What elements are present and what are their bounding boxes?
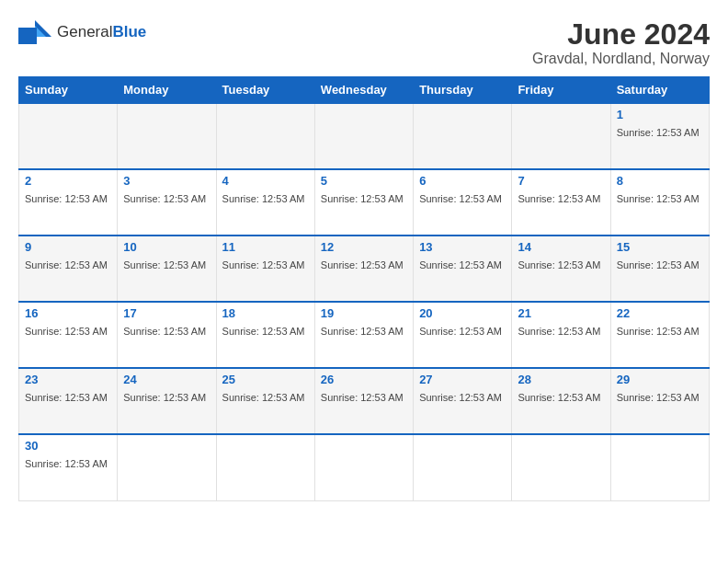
day-number: 10	[123, 240, 210, 254]
day-sunrise-info: Sunrise: 12:53 AM	[321, 392, 404, 403]
day-number: 19	[321, 306, 407, 320]
calendar-day-cell: 15Sunrise: 12:53 AM	[610, 236, 709, 302]
col-tuesday: Tuesday	[216, 77, 314, 104]
day-sunrise-info: Sunrise: 12:53 AM	[123, 193, 206, 204]
logo-blue: Blue	[112, 23, 146, 40]
day-sunrise-info: Sunrise: 12:53 AM	[518, 193, 600, 204]
calendar-week-row: 2Sunrise: 12:53 AM3Sunrise: 12:53 AM4Sun…	[19, 169, 710, 236]
calendar-day-cell: 12Sunrise: 12:53 AM	[314, 236, 413, 302]
logo-general: General	[57, 23, 112, 40]
calendar-day-cell: 7Sunrise: 12:53 AM	[512, 169, 610, 236]
logo-text: GeneralBlue	[57, 23, 146, 41]
calendar-week-row: 23Sunrise: 12:53 AM24Sunrise: 12:53 AM25…	[19, 368, 710, 434]
calendar-day-cell: 5Sunrise: 12:53 AM	[314, 169, 413, 236]
day-number: 25	[222, 373, 309, 386]
day-number: 14	[518, 240, 604, 254]
col-monday: Monday	[118, 77, 216, 104]
day-sunrise-info: Sunrise: 12:53 AM	[419, 392, 502, 403]
day-sunrise-info: Sunrise: 12:53 AM	[25, 259, 108, 270]
calendar-day-cell	[19, 103, 118, 169]
day-number: 4	[222, 174, 309, 188]
day-sunrise-info: Sunrise: 12:53 AM	[617, 259, 700, 270]
day-sunrise-info: Sunrise: 12:53 AM	[321, 326, 404, 337]
day-sunrise-info: Sunrise: 12:53 AM	[419, 193, 502, 204]
day-sunrise-info: Sunrise: 12:53 AM	[222, 259, 305, 270]
logo-icon	[18, 18, 51, 46]
day-number: 26	[321, 373, 407, 386]
day-number: 23	[25, 373, 111, 386]
calendar-week-row: 16Sunrise: 12:53 AM17Sunrise: 12:53 AM18…	[19, 302, 710, 368]
day-number: 3	[123, 174, 210, 188]
day-sunrise-info: Sunrise: 12:53 AM	[25, 193, 108, 204]
calendar-day-cell: 14Sunrise: 12:53 AM	[512, 236, 610, 302]
col-friday: Friday	[512, 77, 610, 104]
col-thursday: Thursday	[414, 77, 512, 104]
day-number: 9	[25, 240, 111, 254]
day-number: 21	[518, 306, 604, 320]
calendar-day-cell: 13Sunrise: 12:53 AM	[414, 236, 512, 302]
calendar-day-cell: 28Sunrise: 12:53 AM	[512, 368, 610, 434]
calendar-day-cell: 24Sunrise: 12:53 AM	[118, 368, 216, 434]
calendar-day-cell: 1Sunrise: 12:53 AM	[610, 103, 709, 169]
calendar-day-cell	[314, 434, 413, 500]
day-sunrise-info: Sunrise: 12:53 AM	[617, 392, 700, 403]
day-number: 18	[222, 306, 309, 320]
calendar-day-cell: 3Sunrise: 12:53 AM	[118, 169, 216, 236]
calendar-day-cell: 20Sunrise: 12:53 AM	[414, 302, 512, 368]
calendar-day-cell: 6Sunrise: 12:53 AM	[414, 169, 512, 236]
day-number: 15	[617, 240, 703, 254]
day-number: 16	[25, 306, 111, 320]
calendar-day-cell	[118, 434, 216, 500]
day-number: 2	[25, 174, 111, 188]
calendar-day-cell	[414, 103, 512, 169]
calendar-day-cell: 26Sunrise: 12:53 AM	[314, 368, 413, 434]
day-sunrise-info: Sunrise: 12:53 AM	[25, 458, 108, 469]
calendar-day-cell	[216, 103, 314, 169]
header: GeneralBlue June 2024 Gravdal, Nordland,…	[18, 18, 710, 67]
day-number: 24	[123, 373, 210, 386]
calendar-day-cell: 16Sunrise: 12:53 AM	[19, 302, 118, 368]
calendar-page: GeneralBlue June 2024 Gravdal, Nordland,…	[0, 0, 728, 563]
day-number: 1	[617, 108, 703, 121]
calendar-day-cell	[314, 103, 413, 169]
day-number: 22	[617, 306, 703, 320]
calendar-day-cell: 8Sunrise: 12:53 AM	[610, 169, 709, 236]
day-sunrise-info: Sunrise: 12:53 AM	[321, 193, 404, 204]
day-sunrise-info: Sunrise: 12:53 AM	[518, 392, 600, 403]
calendar-day-cell	[512, 103, 610, 169]
day-number: 30	[25, 439, 111, 453]
calendar-day-cell: 23Sunrise: 12:53 AM	[19, 368, 118, 434]
calendar-day-cell: 22Sunrise: 12:53 AM	[610, 302, 709, 368]
day-number: 12	[321, 240, 407, 254]
day-number: 28	[518, 373, 604, 386]
day-sunrise-info: Sunrise: 12:53 AM	[518, 259, 600, 270]
day-sunrise-info: Sunrise: 12:53 AM	[222, 193, 305, 204]
calendar-day-cell: 25Sunrise: 12:53 AM	[216, 368, 314, 434]
col-saturday: Saturday	[610, 77, 709, 104]
calendar-day-cell: 18Sunrise: 12:53 AM	[216, 302, 314, 368]
calendar-header: Sunday Monday Tuesday Wednesday Thursday…	[19, 77, 710, 104]
col-wednesday: Wednesday	[314, 77, 413, 104]
logo: GeneralBlue	[18, 18, 146, 46]
day-sunrise-info: Sunrise: 12:53 AM	[222, 326, 305, 337]
calendar-day-cell	[118, 103, 216, 169]
svg-rect-3	[18, 28, 37, 44]
calendar-day-cell: 27Sunrise: 12:53 AM	[414, 368, 512, 434]
day-number: 29	[617, 373, 703, 386]
calendar-day-cell: 9Sunrise: 12:53 AM	[19, 236, 118, 302]
calendar-week-row: 30Sunrise: 12:53 AM	[19, 434, 710, 500]
calendar-day-cell	[610, 434, 709, 500]
day-sunrise-info: Sunrise: 12:53 AM	[518, 326, 600, 337]
day-number: 5	[321, 174, 407, 188]
calendar-day-cell: 21Sunrise: 12:53 AM	[512, 302, 610, 368]
calendar-day-cell: 11Sunrise: 12:53 AM	[216, 236, 314, 302]
day-number: 13	[419, 240, 506, 254]
month-year-title: June 2024	[532, 18, 710, 51]
day-number: 8	[617, 174, 703, 188]
calendar-day-cell: 19Sunrise: 12:53 AM	[314, 302, 413, 368]
day-sunrise-info: Sunrise: 12:53 AM	[419, 326, 502, 337]
day-sunrise-info: Sunrise: 12:53 AM	[617, 326, 700, 337]
day-sunrise-info: Sunrise: 12:53 AM	[25, 326, 108, 337]
day-sunrise-info: Sunrise: 12:53 AM	[123, 392, 206, 403]
calendar-day-cell: 30Sunrise: 12:53 AM	[19, 434, 118, 500]
